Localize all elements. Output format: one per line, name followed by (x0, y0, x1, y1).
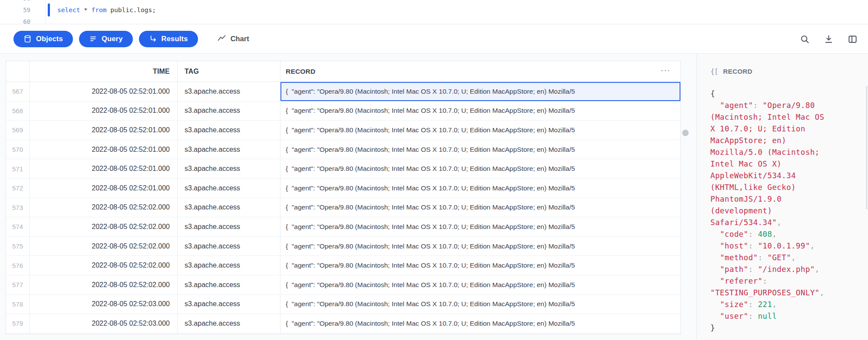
tag-cell[interactable]: s3.apache.access (178, 314, 281, 333)
row-number: 578 (6, 295, 30, 314)
row-number: 575 (6, 237, 30, 256)
objects-button[interactable]: Objects (13, 31, 73, 47)
table-row[interactable]: 5682022-08-05 02:52:01.000s3.apache.acce… (6, 101, 680, 121)
json-line: "host": "10.0.1.99", (710, 240, 854, 252)
column-header-record[interactable]: RECORD (281, 61, 680, 82)
table-header-row: TIME TAG RECORD ··· (6, 61, 680, 82)
table-row (6, 333, 680, 334)
table-row[interactable]: 5732022-08-05 02:52:02.000s3.apache.acce… (6, 198, 680, 218)
row-number: 576 (6, 256, 30, 275)
column-header-tag[interactable]: TAG (178, 61, 281, 82)
record-cell[interactable]: { "agent": "Opera/9.80 (Macintosh; Intel… (281, 140, 680, 159)
row-number: 577 (6, 275, 30, 294)
record-cell[interactable]: { "agent": "Opera/9.80 (Macintosh; Intel… (281, 121, 680, 140)
tag-cell[interactable]: s3.apache.access (178, 159, 281, 178)
tag-cell[interactable]: s3.apache.access (178, 256, 281, 275)
record-cell[interactable]: { "agent": "Opera/9.80 (Macintosh; Intel… (281, 101, 680, 121)
time-cell[interactable]: 2022-08-05 02:52:01.000 (30, 101, 178, 121)
tag-cell[interactable]: s3.apache.access (178, 237, 281, 256)
time-cell[interactable]: 2022-08-05 02:52:01.000 (30, 179, 178, 198)
panel-header: {[ RECORD (710, 67, 752, 75)
download-icon[interactable] (824, 34, 834, 44)
time-cell[interactable]: 2022-08-05 02:52:01.000 (30, 121, 178, 140)
record-cell[interactable]: { "agent": "Opera/9.80 (Macintosh; Intel… (281, 295, 680, 314)
json-line: "path": "/index.php", (710, 264, 854, 275)
tag-cell[interactable]: s3.apache.access (178, 217, 281, 236)
tag-cell[interactable]: s3.apache.access (178, 140, 281, 159)
table-row[interactable]: 5702022-08-05 02:52:01.000s3.apache.acce… (6, 140, 680, 160)
json-line: (Macintosh; Intel Mac OS (710, 111, 854, 123)
record-cell[interactable]: { "agent": "Opera/9.80 (Macintosh; Intel… (281, 82, 680, 101)
record-cell[interactable]: { "agent": "Opera/9.80 (Macintosh; Intel… (281, 179, 680, 198)
time-cell[interactable]: 2022-08-05 02:52:02.000 (30, 198, 178, 217)
table-row[interactable]: 5792022-08-05 02:52:03.000s3.apache.acce… (6, 314, 680, 333)
table-row[interactable]: 5742022-08-05 02:52:02.000s3.apache.acce… (6, 217, 680, 237)
line-number: 60 (4, 16, 30, 24)
table-scrollbar-thumb[interactable] (682, 130, 689, 136)
column-header-time[interactable]: TIME (30, 61, 178, 82)
tag-cell[interactable]: s3.apache.access (178, 179, 281, 198)
tag-cell[interactable]: s3.apache.access (178, 198, 281, 217)
time-cell[interactable]: 2022-08-05 02:52:02.000 (30, 237, 178, 256)
json-line: "agent": "Opera/9.80 (710, 100, 854, 111)
results-button[interactable]: Results (139, 31, 198, 47)
time-cell[interactable]: 2022-08-05 02:52:01.000 (30, 159, 178, 178)
sql-editor[interactable]: 58 59 60 select * from public.logs; (0, 0, 868, 24)
row-number: 570 (6, 140, 30, 159)
column-options-menu[interactable]: ··· (661, 66, 671, 75)
clipped-cell (6, 333, 30, 334)
chart-toggle[interactable]: Chart (217, 34, 249, 43)
row-number: 573 (6, 198, 30, 217)
query-button[interactable]: Query (79, 31, 133, 47)
tag-cell[interactable]: s3.apache.access (178, 275, 281, 294)
tag-cell[interactable]: s3.apache.access (178, 295, 281, 314)
tag-cell[interactable]: s3.apache.access (178, 82, 281, 101)
split-panel-icon[interactable] (848, 34, 858, 44)
table-row[interactable]: 5712022-08-05 02:52:01.000s3.apache.acce… (6, 159, 680, 179)
time-cell[interactable]: 2022-08-05 02:52:01.000 (30, 82, 178, 101)
chart-line-icon (217, 34, 226, 43)
search-icon[interactable] (800, 34, 810, 44)
line-number: 59 (4, 5, 30, 15)
table-row[interactable]: 5762022-08-05 02:52:02.000s3.apache.acce… (6, 256, 680, 275)
json-line: MacAppStore; en) (710, 135, 854, 147)
record-cell[interactable]: { "agent": "Opera/9.80 (Macintosh; Intel… (281, 237, 680, 256)
table-row[interactable]: 5672022-08-05 02:52:01.000s3.apache.acce… (6, 82, 680, 101)
record-cell[interactable]: { "agent": "Opera/9.80 (Macintosh; Intel… (281, 217, 680, 236)
time-cell[interactable]: 2022-08-05 02:52:02.000 (30, 275, 178, 294)
record-cell[interactable]: { "agent": "Opera/9.80 (Macintosh; Intel… (281, 198, 680, 217)
record-cell[interactable]: { "agent": "Opera/9.80 (Macintosh; Intel… (281, 275, 680, 294)
query-button-label: Query (102, 35, 123, 43)
record-cell[interactable]: { "agent": "Opera/9.80 (Macintosh; Intel… (281, 256, 680, 275)
list-lines-icon (89, 35, 97, 43)
time-cell[interactable]: 2022-08-05 02:52:02.000 (30, 217, 178, 236)
record-cell[interactable]: { "agent": "Opera/9.80 (Macintosh; Intel… (281, 159, 680, 178)
clipped-cell (178, 333, 281, 334)
json-line: X 10.7.0; U; Edition (710, 123, 854, 135)
record-cell[interactable]: { "agent": "Opera/9.80 (Macintosh; Intel… (281, 314, 680, 333)
results-button-label: Results (162, 35, 188, 43)
record-detail-panel: {[ RECORD { "agent": "Opera/9.80(Macinto… (696, 54, 868, 340)
table-row[interactable]: 5692022-08-05 02:52:01.000s3.apache.acce… (6, 121, 680, 140)
json-line: "TESTING_PURPOSES_ONLY", (710, 287, 854, 299)
table-row[interactable]: 5782022-08-05 02:52:03.000s3.apache.acce… (6, 295, 680, 314)
time-cell[interactable]: 2022-08-05 02:52:02.000 (30, 256, 178, 275)
arrow-branch-icon (149, 35, 157, 43)
tag-cell[interactable]: s3.apache.access (178, 121, 281, 140)
table-row[interactable]: 5722022-08-05 02:52:01.000s3.apache.acce… (6, 179, 680, 198)
table-row[interactable]: 5772022-08-05 02:52:02.000s3.apache.acce… (6, 275, 680, 295)
json-record-view[interactable]: { "agent": "Opera/9.80(Macintosh; Intel … (710, 88, 854, 334)
time-cell[interactable]: 2022-08-05 02:52:01.000 (30, 140, 178, 159)
time-cell[interactable]: 2022-08-05 02:52:03.000 (30, 295, 178, 314)
json-line: "user": null (710, 311, 854, 322)
panel-scrollbar-thumb[interactable] (866, 86, 868, 209)
tag-cell[interactable]: s3.apache.access (178, 101, 281, 121)
json-line: { (710, 88, 854, 100)
row-number-header (6, 61, 30, 82)
sql-statement[interactable]: select * from public.logs; (57, 5, 156, 15)
row-number: 568 (6, 101, 30, 121)
table-row[interactable]: 5752022-08-05 02:52:02.000s3.apache.acce… (6, 237, 680, 256)
objects-button-label: Objects (36, 35, 63, 43)
time-cell[interactable]: 2022-08-05 02:52:03.000 (30, 314, 178, 333)
json-line: AppleWebKit/534.34 (710, 170, 854, 182)
